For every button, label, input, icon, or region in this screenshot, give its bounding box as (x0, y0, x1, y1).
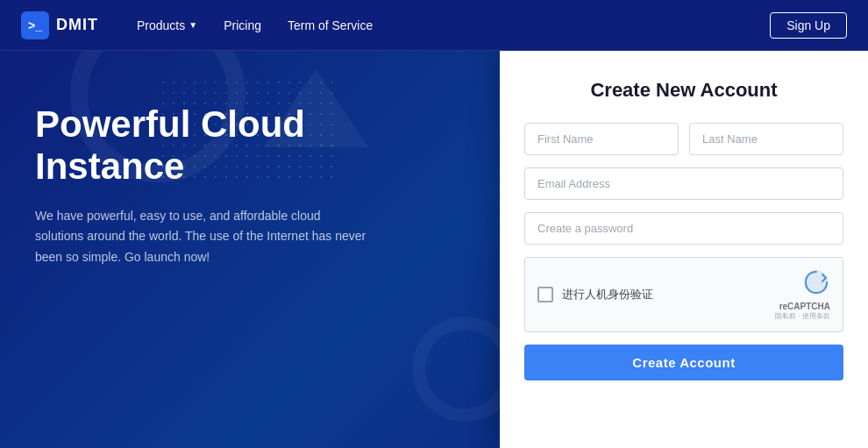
hero-section: Powerful Cloud Instance We have powerful… (35, 103, 456, 268)
form-title: Create New Account (524, 79, 843, 102)
chevron-down-icon: ▼ (189, 20, 197, 30)
hero-description: We have powerful, easy to use, and affor… (35, 206, 368, 268)
main-content: Powerful Cloud Instance We have powerful… (0, 51, 868, 448)
name-row (524, 123, 843, 155)
svg-point-0 (804, 270, 829, 295)
nav-pricing[interactable]: Pricing (213, 13, 272, 38)
last-name-input[interactable] (689, 123, 843, 155)
signup-form-card: Create New Account 进行人机身份验证 reCAPTCH (500, 51, 868, 448)
nav-links: Products ▼ Pricing Term of Service (126, 13, 770, 38)
captcha-checkbox[interactable] (537, 287, 553, 302)
navbar: >_ DMIT Products ▼ Pricing Term of Servi… (0, 0, 868, 51)
captcha-left: 进行人机身份验证 (537, 287, 653, 302)
recaptcha-sub: 隐私权 · 使用条款 (775, 311, 830, 321)
password-row (524, 212, 843, 245)
recaptcha-brand: reCAPTCHA (775, 302, 830, 311)
hero-title: Powerful Cloud Instance (35, 103, 456, 188)
logo-icon: >_ (21, 11, 49, 39)
captcha-box[interactable]: 进行人机身份验证 reCAPTCHA 隐私权 · 使用条款 (524, 257, 843, 332)
email-input[interactable] (524, 167, 843, 200)
signup-button[interactable]: Sign Up (770, 12, 847, 39)
password-input[interactable] (524, 212, 843, 245)
nav-tos[interactable]: Term of Service (277, 13, 383, 38)
logo[interactable]: >_ DMIT (21, 11, 98, 39)
nav-products[interactable]: Products ▼ (126, 13, 208, 38)
recaptcha-icon (802, 268, 830, 296)
email-row (524, 167, 843, 200)
logo-text: DMIT (56, 16, 98, 34)
submit-button[interactable]: Create Account (524, 345, 843, 380)
captcha-label: 进行人机身份验证 (562, 287, 653, 302)
first-name-input[interactable] (524, 123, 679, 155)
captcha-right: reCAPTCHA 隐私权 · 使用条款 (775, 268, 830, 321)
